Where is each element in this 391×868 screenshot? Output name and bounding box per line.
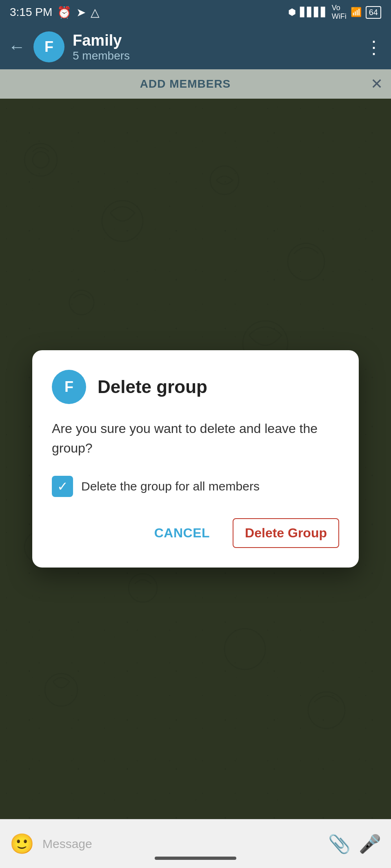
group-avatar: F	[33, 31, 64, 62]
dialog-header: F Delete group	[52, 370, 339, 404]
cancel-button[interactable]: Cancel	[144, 519, 220, 547]
alert-icon: △	[91, 6, 100, 19]
navigation-icon: ➤	[76, 6, 86, 19]
message-input-placeholder[interactable]: Message	[42, 837, 320, 851]
dialog-avatar: F	[52, 370, 86, 404]
add-members-label: ADD MEMBERS	[0, 77, 371, 91]
emoji-button[interactable]: 🙂	[10, 833, 34, 855]
dialog-avatar-initial: F	[64, 378, 73, 395]
dialog-checkbox-row: ✓ Delete the group for all members	[52, 476, 339, 497]
status-time: 3:15 PM	[10, 6, 52, 19]
group-members: 5 members	[73, 49, 365, 62]
signal-icon: ▋▋▋▋	[300, 7, 328, 18]
status-bar: 3:15 PM ⏰ ➤ △ ⬢ ▋▋▋▋ VoWiFi 📶 64	[0, 0, 391, 24]
dialog-title: Delete group	[98, 377, 207, 397]
app-bar: ← F Family 5 members ⋮	[0, 24, 391, 69]
group-avatar-initial: F	[44, 38, 53, 55]
attach-button[interactable]: 📎	[328, 833, 351, 855]
status-right: ⬢ ▋▋▋▋ VoWiFi 📶 64	[288, 4, 381, 21]
group-name: Family	[73, 32, 365, 49]
bottom-bar: 🙂 Message 📎 🎤	[0, 819, 391, 868]
delete-all-members-checkbox[interactable]: ✓	[52, 476, 73, 497]
mic-button[interactable]: 🎤	[359, 833, 381, 855]
back-button[interactable]: ←	[8, 37, 25, 57]
home-indicator	[155, 857, 236, 860]
close-add-members-button[interactable]: ✕	[371, 75, 383, 93]
vowifi-icon: VoWiFi	[332, 4, 347, 21]
alarm-icon: ⏰	[57, 6, 71, 19]
dialog-actions: Cancel Delete Group	[52, 518, 339, 548]
delete-group-dialog: F Delete group Are you sure you want to …	[32, 350, 359, 568]
add-members-bar: ADD MEMBERS ✕	[0, 69, 391, 99]
wifi-icon: 📶	[351, 7, 362, 18]
more-options-button[interactable]: ⋮	[365, 37, 383, 57]
group-info: Family 5 members	[73, 32, 365, 62]
checkmark-icon: ✓	[57, 479, 68, 494]
status-left: 3:15 PM ⏰ ➤ △	[10, 6, 100, 19]
bluetooth-icon: ⬢	[288, 7, 296, 18]
delete-group-button[interactable]: Delete Group	[233, 518, 339, 548]
battery-icon: 64	[366, 6, 381, 19]
dialog-overlay: F Delete group Are you sure you want to …	[0, 99, 391, 819]
dialog-message: Are you sure you want to delete and leav…	[52, 419, 339, 458]
delete-all-members-label: Delete the group for all members	[81, 479, 260, 493]
battery-level: 64	[369, 8, 378, 17]
